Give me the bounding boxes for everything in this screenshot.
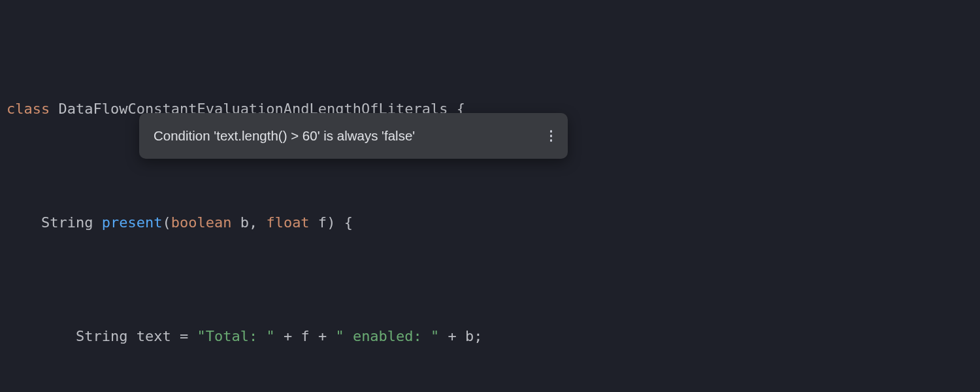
method-name: present: [102, 214, 163, 231]
paren: (: [162, 214, 171, 231]
variable: text: [137, 328, 180, 344]
code-line[interactable]: String present(boolean b, float f) {: [7, 208, 980, 237]
inspection-tooltip: Condition 'text.length() > 60' is always…: [139, 113, 568, 159]
keyword-boolean: boolean: [171, 214, 232, 231]
keyword-class: class: [7, 101, 50, 117]
tooltip-message: Condition 'text.length() > 60' is always…: [154, 122, 528, 150]
variable: f: [301, 328, 309, 344]
operator: +: [275, 328, 301, 344]
variable: b: [465, 328, 474, 344]
code-line[interactable]: String text = "Total: " + f + " enabled:…: [7, 322, 980, 351]
indent: [7, 214, 41, 231]
operator: +: [439, 328, 465, 344]
comma: ,: [249, 214, 267, 231]
type: String: [76, 328, 137, 344]
brace: {: [344, 214, 353, 231]
operator: +: [310, 328, 336, 344]
paren: ): [327, 214, 344, 231]
semicolon: ;: [474, 328, 482, 344]
type: String: [41, 214, 102, 231]
more-actions-icon[interactable]: [546, 126, 557, 146]
string-literal: " enabled: ": [335, 328, 439, 344]
operator: =: [180, 328, 197, 344]
param: f: [310, 214, 327, 231]
code-editor[interactable]: class DataFlowConstantEvaluationAndLengt…: [0, 0, 980, 392]
indent: [7, 328, 76, 344]
param: b: [231, 214, 249, 231]
string-literal: "Total: ": [197, 328, 274, 344]
keyword-float: float: [266, 214, 309, 231]
